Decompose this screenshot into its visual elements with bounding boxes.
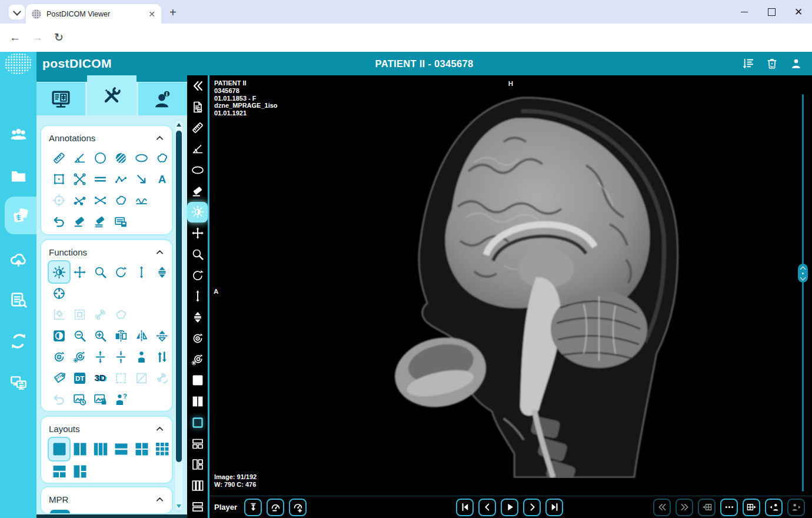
layout-1x3-outline-icon[interactable]: [187, 475, 208, 496]
panel-scrollbar[interactable]: [175, 121, 182, 510]
tab-close-icon[interactable]: ✕: [148, 10, 155, 18]
collapse-panel-icon[interactable]: [187, 75, 208, 97]
layout-1x1-icon[interactable]: [49, 438, 69, 460]
cross-lines-icon[interactable]: [69, 168, 90, 190]
zoom-in-icon[interactable]: [90, 325, 111, 346]
rotate-tool-icon[interactable]: [187, 265, 208, 286]
collapse-functions-icon[interactable]: [155, 247, 165, 257]
shutter-icon[interactable]: [49, 283, 69, 304]
angle-icon[interactable]: [69, 147, 90, 168]
curve-wl-icon[interactable]: [49, 304, 69, 325]
zoom-tool-icon[interactable]: [187, 244, 208, 265]
more-series-button[interactable]: [720, 499, 738, 516]
rectangle-roi-icon[interactable]: [49, 168, 69, 190]
collapse-layouts-icon[interactable]: [155, 424, 165, 434]
freehand-shutter-icon[interactable]: [111, 304, 131, 325]
eraser-tool-icon[interactable]: [187, 181, 208, 202]
text-icon[interactable]: [152, 168, 172, 190]
revert-image-icon[interactable]: [49, 388, 69, 410]
layout-1top2-outline-icon[interactable]: [187, 433, 208, 454]
image-history-icon[interactable]: [69, 388, 90, 410]
reload-button[interactable]: ↻: [54, 31, 64, 45]
collapse-annotations-icon[interactable]: [155, 133, 165, 143]
angle-tool-icon[interactable]: [187, 138, 208, 160]
mpr-thumbnail[interactable]: [50, 510, 70, 514]
maximize-button[interactable]: [758, 0, 785, 24]
sidebar-item-share[interactable]: [0, 361, 36, 403]
shutter-rect-icon[interactable]: [69, 304, 90, 325]
layout-2x1-icon[interactable]: [111, 438, 131, 460]
window-level-icon[interactable]: [49, 261, 69, 283]
layout-2x2-icon[interactable]: [131, 438, 152, 460]
ruler-tool-icon[interactable]: [187, 118, 208, 139]
next-series-button[interactable]: [675, 499, 693, 516]
trash-button[interactable]: [766, 57, 778, 70]
forward-button[interactable]: →: [32, 31, 43, 45]
play-direction-button[interactable]: [244, 499, 262, 516]
previous-image-button[interactable]: [478, 499, 496, 516]
bone-removal-icon[interactable]: [152, 367, 172, 388]
browser-tab[interactable]: PostDICOM Viewer ✕: [26, 4, 161, 24]
close-window-button[interactable]: ✕: [785, 0, 812, 24]
fit-height-icon[interactable]: [90, 346, 111, 367]
save-annotations-icon[interactable]: [111, 211, 131, 232]
previous-patient-button[interactable]: [765, 499, 783, 516]
speed-up-button[interactable]: [289, 499, 307, 516]
tab-search-button[interactable]: [9, 5, 25, 19]
prev-series-layout-button[interactable]: [698, 499, 716, 516]
probe-icon[interactable]: [49, 190, 69, 211]
parallel-lines-icon[interactable]: [90, 168, 111, 190]
sidebar-item-images[interactable]: [5, 197, 36, 234]
layout-3x3-icon[interactable]: [152, 438, 172, 460]
previous-series-button[interactable]: [653, 499, 671, 516]
ellipse-icon[interactable]: [131, 147, 152, 168]
stretch-icon[interactable]: [131, 261, 152, 283]
open-angle-icon[interactable]: [69, 190, 90, 211]
freehand-region-icon[interactable]: [152, 147, 172, 168]
account-button[interactable]: [790, 57, 803, 70]
crop-icon[interactable]: [131, 367, 152, 388]
mri-image[interactable]: [327, 88, 704, 478]
sidebar-item-patients[interactable]: [0, 114, 36, 155]
sidebar-item-worklist[interactable]: [0, 279, 36, 320]
arrow-icon[interactable]: [131, 168, 152, 190]
dicom-tags-icon[interactable]: [69, 367, 90, 388]
ellipse-tool-icon[interactable]: [187, 160, 208, 181]
sidebar-item-sync[interactable]: [0, 320, 36, 361]
erase-all-icon[interactable]: [90, 211, 111, 232]
flip-page-icon[interactable]: [111, 325, 131, 346]
polyline-icon[interactable]: [111, 168, 131, 190]
stack-tool-icon[interactable]: [187, 307, 208, 328]
closed-freehand-icon[interactable]: [111, 190, 131, 211]
circle-icon[interactable]: [90, 147, 111, 168]
layout-1left2-icon[interactable]: [69, 460, 90, 483]
sidebar-item-upload[interactable]: [0, 238, 36, 279]
active-series-icon[interactable]: [187, 412, 208, 433]
layout-1x2-icon[interactable]: [69, 438, 90, 460]
play-button[interactable]: [501, 499, 518, 516]
stack-scroll-icon[interactable]: [152, 261, 172, 283]
patient-orientation-icon[interactable]: [131, 346, 152, 367]
collapse-mpr-icon[interactable]: [155, 494, 165, 504]
eraser-icon[interactable]: [69, 211, 90, 232]
minimize-button[interactable]: [731, 0, 758, 24]
scroll-tool-icon[interactable]: [187, 286, 208, 307]
flip-vertical-icon[interactable]: [152, 325, 172, 346]
rotate-icon[interactable]: [111, 261, 131, 283]
ruler-icon[interactable]: [49, 147, 69, 168]
sidebar-item-folders[interactable]: [0, 155, 36, 197]
sort-queue-button[interactable]: [741, 57, 754, 70]
flip-horizontal-icon[interactable]: [131, 325, 152, 346]
scrollbar-thumb[interactable]: [176, 131, 182, 462]
speed-down-button[interactable]: [267, 499, 284, 516]
report-icon[interactable]: [187, 97, 208, 118]
series-slider-track[interactable]: [802, 94, 804, 492]
undo-icon[interactable]: [49, 211, 69, 232]
scroll-up-icon[interactable]: [177, 123, 181, 127]
tab-tools[interactable]: [87, 75, 136, 115]
next-patient-button[interactable]: [787, 499, 805, 516]
spine-angle-icon[interactable]: [90, 190, 111, 211]
volume-3d-icon[interactable]: [90, 367, 111, 388]
actual-size-icon[interactable]: [111, 346, 131, 367]
window-level-tool-icon[interactable]: [187, 202, 208, 223]
